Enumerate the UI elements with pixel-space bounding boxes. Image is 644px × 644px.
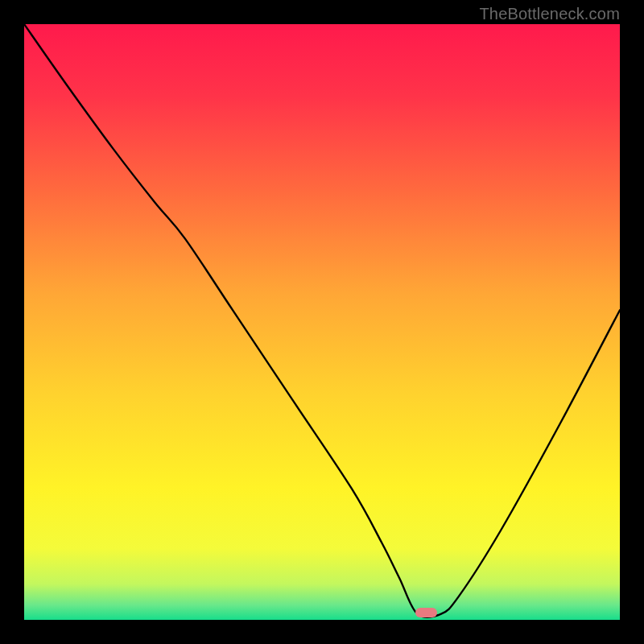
plot-area xyxy=(24,24,620,620)
optimum-marker xyxy=(415,608,437,617)
watermark-text: TheBottleneck.com xyxy=(479,5,620,23)
bottleneck-curve xyxy=(24,24,620,620)
chart-frame: { "watermark": "TheBottleneck.com", "col… xyxy=(0,0,644,644)
